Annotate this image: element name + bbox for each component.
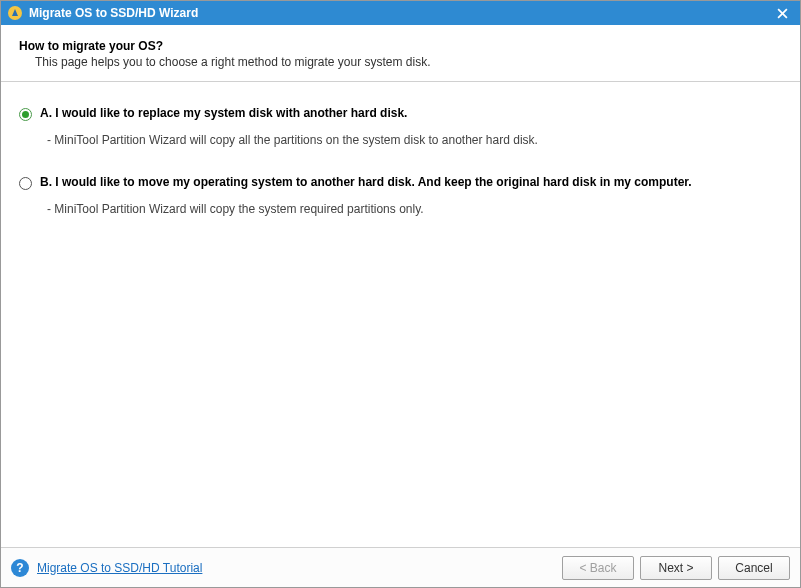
close-button[interactable] xyxy=(770,1,794,25)
page-subheading: This page helps you to choose a right me… xyxy=(35,55,782,69)
help-icon[interactable]: ? xyxy=(11,559,29,577)
option-b-description: - MiniTool Partition Wizard will copy th… xyxy=(47,202,782,216)
close-icon xyxy=(777,8,788,19)
option-b-row: B. I would like to move my operating sys… xyxy=(19,175,782,190)
tutorial-link[interactable]: Migrate OS to SSD/HD Tutorial xyxy=(37,561,202,575)
option-a-description: - MiniTool Partition Wizard will copy al… xyxy=(47,133,782,147)
next-button[interactable]: Next > xyxy=(640,556,712,580)
page-heading: How to migrate your OS? xyxy=(19,39,782,53)
wizard-header: How to migrate your OS? This page helps … xyxy=(1,25,800,81)
back-button: < Back xyxy=(562,556,634,580)
titlebar: Migrate OS to SSD/HD Wizard xyxy=(1,1,800,25)
window-title: Migrate OS to SSD/HD Wizard xyxy=(29,6,770,20)
option-a-radio[interactable] xyxy=(19,108,32,121)
cancel-button[interactable]: Cancel xyxy=(718,556,790,580)
option-a-label[interactable]: A. I would like to replace my system dis… xyxy=(40,106,407,120)
option-a-row: A. I would like to replace my system dis… xyxy=(19,106,782,121)
wizard-content: A. I would like to replace my system dis… xyxy=(1,82,800,547)
app-icon xyxy=(7,5,23,21)
option-b-radio[interactable] xyxy=(19,177,32,190)
option-b-label[interactable]: B. I would like to move my operating sys… xyxy=(40,175,692,189)
wizard-footer: ? Migrate OS to SSD/HD Tutorial < Back N… xyxy=(1,547,800,587)
